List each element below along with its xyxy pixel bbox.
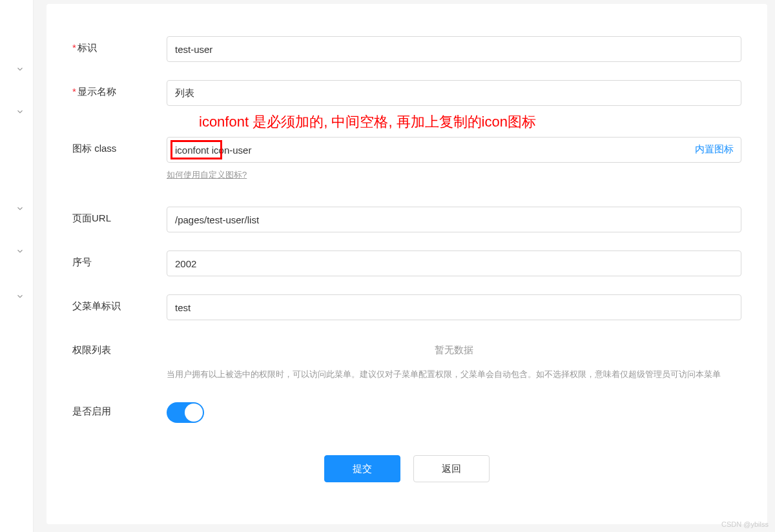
chevron-down-icon[interactable]	[16, 107, 25, 116]
form-row-page-url: 页面URL	[46, 207, 767, 232]
form-panel: *标识 *显示名称 iconfont 是必须加的, 中间空格, 再加上复制的ic…	[46, 4, 767, 524]
icon-class-label: 图标 class	[72, 137, 167, 155]
permissions-label: 权限列表	[72, 338, 167, 356]
form-row-enabled: 是否启用	[46, 400, 767, 423]
display-name-label: *显示名称	[72, 80, 167, 98]
annotation-text: iconfont 是必须加的, 中间空格, 再加上复制的icon图标	[79, 112, 767, 132]
display-name-input[interactable]	[167, 80, 741, 106]
back-button[interactable]: 返回	[413, 455, 490, 482]
enabled-label: 是否启用	[72, 400, 167, 418]
built-in-icons-link[interactable]: 内置图标	[695, 143, 734, 156]
sidebar	[0, 0, 34, 532]
page-url-label: 页面URL	[72, 207, 167, 225]
identifier-label: *标识	[72, 36, 167, 54]
custom-icon-help-link[interactable]: 如何使用自定义图标?	[167, 169, 247, 181]
enabled-switch[interactable]	[167, 402, 204, 423]
identifier-input[interactable]	[167, 36, 741, 62]
chevron-down-icon[interactable]	[16, 204, 25, 213]
form-row-sort: 序号	[46, 251, 767, 276]
chevron-down-icon[interactable]	[16, 292, 25, 301]
form-row-display-name: *显示名称	[46, 80, 767, 106]
form-row-permissions: 权限列表 暂无数据	[46, 338, 767, 356]
required-mark: *	[72, 42, 76, 53]
watermark: CSDN @ybilss	[721, 520, 769, 528]
sort-input[interactable]	[167, 251, 741, 276]
button-row: 提交 返回	[46, 455, 767, 482]
submit-button[interactable]: 提交	[324, 455, 400, 482]
chevron-down-icon[interactable]	[16, 247, 25, 256]
form-row-identifier: *标识	[46, 36, 767, 62]
permissions-help-text: 当用户拥有以上被选中的权限时，可以访问此菜单。建议仅对子菜单配置权限，父菜单会自…	[46, 367, 767, 382]
sort-label: 序号	[72, 251, 167, 269]
parent-menu-input[interactable]	[167, 294, 741, 320]
icon-class-input[interactable]	[167, 137, 741, 163]
form-row-parent-menu: 父菜单标识	[46, 294, 767, 320]
required-mark: *	[72, 86, 76, 97]
chevron-down-icon[interactable]	[16, 65, 25, 74]
switch-handle	[185, 404, 203, 422]
permissions-empty-text: 暂无数据	[167, 338, 741, 356]
parent-menu-label: 父菜单标识	[72, 294, 167, 312]
page-url-input[interactable]	[167, 207, 741, 232]
form-row-icon-class: 图标 class 内置图标 如何使用自定义图标?	[46, 137, 767, 181]
